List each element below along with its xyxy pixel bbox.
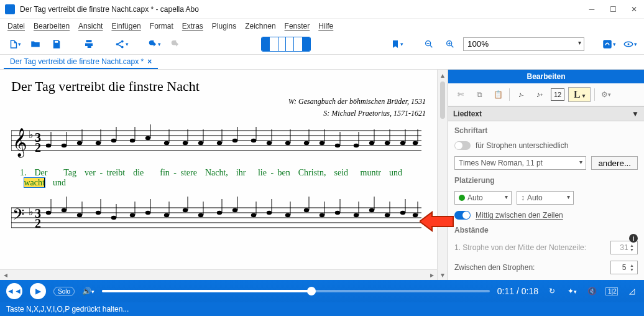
paste-icon[interactable]: 📋 [490, 87, 505, 102]
rewind-button[interactable]: ◄◄ [6, 283, 22, 299]
copy-icon[interactable]: ⧉ [472, 87, 487, 102]
staff-treble[interactable]: 𝄞 ♭ 3 2 [60,80,100,125,150,175,200,220,2… [11, 124, 421, 162]
between-verses-label: Zwischen den Strophen: [454, 263, 605, 272]
between-verses-spinner[interactable]: 5▲▼ [610, 261, 638, 274]
svg-point-114 [385, 213, 390, 217]
view-settings-button[interactable]: ▾ [622, 36, 638, 52]
box12-icon[interactable]: 12 [551, 88, 564, 101]
svg-point-44 [267, 141, 272, 145]
menu-plugins[interactable]: Plugins [212, 22, 236, 30]
plugin-icon[interactable]: ⚙▾ [599, 87, 614, 102]
save-button[interactable] [48, 36, 65, 52]
menu-help[interactable]: Hilfe [318, 22, 333, 30]
tab-label: Der Tag vertreibt die finstre Nacht.capx… [10, 57, 144, 66]
svg-point-34 [183, 141, 188, 145]
menu-extras[interactable]: Extras [182, 22, 203, 30]
lyric-cursor[interactable]: wacht [24, 178, 45, 187]
font-dropdown[interactable]: Times New Roman, 11 pt [454, 156, 586, 170]
svg-point-102 [285, 213, 290, 217]
info-icon[interactable]: i [629, 234, 638, 243]
svg-point-104 [304, 208, 309, 212]
L-dropdown[interactable]: L ▾ [568, 87, 591, 102]
center-between-lines-label: Mittig zwischen den Zeilen [476, 211, 563, 220]
color-button[interactable]: ▾ [600, 36, 617, 52]
note2-icon[interactable]: ♪+ [532, 87, 547, 102]
document-tab[interactable]: Der Tag vertreibt die finstre Nacht.capx… [4, 55, 158, 69]
menu-insert[interactable]: Einfügen [111, 22, 140, 30]
svg-point-108 [335, 211, 340, 215]
speaker-icon[interactable]: 🔊▾ [82, 287, 94, 295]
svg-point-118 [413, 213, 418, 217]
side-panel-header: Bearbeiten [448, 70, 644, 83]
progress-track[interactable] [102, 290, 490, 292]
distances-section-label: Abstände [454, 226, 638, 235]
note1-icon[interactable]: ♪- [513, 87, 528, 102]
scroll-left-icon[interactable]: ◂ [0, 271, 11, 279]
cut-icon[interactable]: ✄ [453, 87, 468, 102]
bars-button[interactable]: 1|2 [605, 287, 618, 295]
view-mode-2[interactable] [278, 37, 294, 51]
mute-icon[interactable]: 🔇 [586, 287, 598, 295]
placement-dd-2[interactable]: ↕Auto [517, 191, 574, 205]
time-display: 0:11 / 0:18 [497, 286, 538, 296]
svg-point-98 [251, 213, 256, 217]
svg-point-50 [320, 141, 324, 145]
new-file-button[interactable]: ▾ [6, 36, 22, 52]
svg-point-88 [164, 213, 169, 217]
menu-window[interactable]: Fenster [285, 22, 310, 30]
minimize-button[interactable]: ─ [587, 4, 597, 14]
solo-button[interactable]: Solo [53, 287, 75, 296]
horizontal-scrollbar[interactable]: ◂ ▸ [0, 269, 437, 280]
score-credit-1: W: Gesangbuch der böhmischen Brüder, 153… [11, 97, 426, 106]
tools-icon[interactable]: ✦▾ [566, 287, 578, 295]
lyrics-line[interactable]: 1. Der Tag ver - treibt die fin - stere … [20, 168, 426, 188]
view-mode-1[interactable] [262, 37, 278, 51]
scroll-thumb[interactable] [440, 81, 445, 119]
placement-dd-1[interactable]: Auto [454, 191, 512, 205]
scroll-up-icon[interactable]: ▴ [438, 70, 448, 80]
close-button[interactable]: ✕ [629, 4, 639, 14]
svg-point-80 [96, 211, 101, 215]
maximize-button[interactable]: ☐ [608, 4, 618, 14]
other-font-button[interactable]: andere... [591, 156, 638, 170]
vertical-scrollbar[interactable]: ▴ ▾ [437, 70, 448, 280]
collapse-icon[interactable]: ▼ [632, 109, 639, 118]
menu-format[interactable]: Format [150, 22, 173, 30]
menu-file[interactable]: Datei [7, 22, 25, 30]
lyrics-section-header[interactable]: Liedtext ▼ [448, 106, 644, 121]
bookmark-button[interactable]: ▾ [389, 36, 405, 52]
zoom-out-button[interactable] [421, 36, 437, 52]
svg-text:𝄞: 𝄞 [12, 128, 27, 158]
zoom-select[interactable] [463, 37, 584, 51]
status-text: Taste N,X,J,V,I,O,P gedrückt halten... [6, 305, 129, 314]
svg-point-96 [232, 208, 237, 212]
menu-view[interactable]: Ansicht [78, 22, 103, 30]
scroll-right-icon[interactable]: ▸ [426, 271, 437, 279]
per-verse-font-toggle[interactable] [454, 141, 471, 150]
tab-close-icon[interactable]: × [147, 57, 152, 66]
zoom-in-button[interactable] [442, 36, 458, 52]
open-button[interactable] [27, 36, 44, 52]
redo-button[interactable] [167, 36, 183, 52]
staff-bass[interactable]: 𝄢 ♭ 3 2 [11, 197, 421, 240]
verse-distance-spinner[interactable]: 31▲▼ [610, 241, 638, 254]
menu-draw[interactable]: Zeichnen [245, 22, 275, 30]
play-button[interactable]: ▶ [30, 283, 46, 299]
center-between-lines-toggle[interactable] [454, 211, 471, 220]
svg-point-76 [62, 208, 67, 212]
print-button[interactable] [81, 36, 97, 52]
svg-point-110 [354, 213, 359, 217]
font-section-label: Schriftart [454, 126, 638, 135]
svg-point-92 [198, 213, 203, 217]
loop-icon[interactable]: ↻ [546, 287, 558, 295]
svg-point-32 [164, 141, 169, 145]
metronome-icon[interactable]: ◿ [625, 287, 638, 295]
undo-button[interactable]: ▾ [145, 36, 162, 52]
view-mode-3[interactable] [294, 37, 310, 51]
callout-arrow [420, 211, 454, 234]
scroll-down-icon[interactable]: ▾ [438, 269, 448, 280]
share-button[interactable]: ▾ [113, 36, 129, 52]
svg-point-46 [285, 141, 290, 145]
menu-edit[interactable]: Bearbeiten [34, 22, 70, 30]
progress-knob[interactable] [307, 287, 316, 295]
